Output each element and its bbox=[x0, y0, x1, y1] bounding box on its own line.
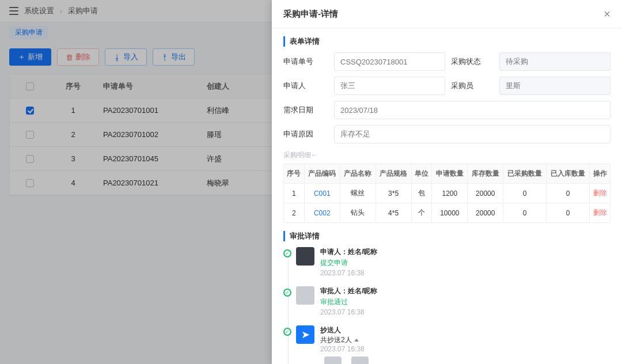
node-title: 审批人：姓名/昵称 bbox=[320, 286, 377, 296]
node-status: 提交申请 bbox=[320, 258, 377, 268]
node-title: 申请人：姓名/昵称 bbox=[320, 247, 377, 257]
approval-node: ✓审批人：姓名/昵称审批通过2023.07 16:38 bbox=[296, 286, 610, 316]
cc-person[interactable]: 四个字… bbox=[320, 357, 346, 364]
label-status: 采购状态 bbox=[451, 56, 494, 67]
check-icon: ✓ bbox=[283, 249, 291, 257]
node-time: 2023.07 16:38 bbox=[320, 345, 369, 353]
mini-col: 产品规格 bbox=[376, 164, 411, 184]
section-form-detail: 表单详情 bbox=[283, 36, 610, 47]
section-approval: 审批详情 bbox=[283, 231, 610, 241]
field-applicant[interactable]: 张三 bbox=[334, 77, 445, 95]
mini-col: 已入库数量 bbox=[547, 164, 590, 184]
chevron-up-icon bbox=[354, 339, 359, 342]
mini-row: 2C002钻头4*5个100002000000删除 bbox=[284, 203, 610, 223]
form-grid: 申请单号 CSSQ20230718001 采购状态 待采购 申请人 张三 采购员… bbox=[283, 52, 610, 143]
node-title: 抄送人 bbox=[320, 325, 369, 335]
check-icon: ✓ bbox=[283, 289, 291, 297]
drawer-title: 采购申请-详情 bbox=[283, 9, 338, 20]
node-time: 2023.07 16:38 bbox=[320, 269, 377, 277]
field-need-date[interactable]: 2023/07/18 bbox=[334, 101, 610, 119]
mini-col: 操作 bbox=[590, 164, 610, 184]
detail-drawer: 采购申请-详情 × 表单详情 申请单号 CSSQ20230718001 采购状态… bbox=[272, 0, 622, 364]
line-delete-button[interactable]: 删除 bbox=[593, 189, 607, 197]
mini-col: 单位 bbox=[411, 164, 432, 184]
mini-col: 产品编码 bbox=[304, 164, 340, 184]
line-delete-button[interactable]: 删除 bbox=[593, 208, 607, 217]
label-buyer: 采购员 bbox=[451, 81, 494, 91]
field-buyer: 里斯 bbox=[499, 77, 610, 95]
product-code-link[interactable]: C001 bbox=[314, 189, 331, 198]
product-code-link[interactable]: C002 bbox=[314, 209, 331, 217]
avatar bbox=[324, 357, 342, 364]
cc-list: 四个字…anny bbox=[320, 357, 369, 364]
approval-node: ✓➤抄送人共抄送2人2023.07 16:38四个字…anny bbox=[296, 325, 610, 364]
avatar bbox=[296, 286, 314, 305]
label-reason: 申请原因 bbox=[283, 129, 328, 139]
lines-table: 序号产品编码产品名称产品规格单位申请数量库存数量已采购数量已入库数量操作 1C0… bbox=[283, 164, 610, 223]
field-order-no[interactable]: CSSQ20230718001 bbox=[334, 52, 445, 71]
lines-hint: 采购明细← bbox=[283, 150, 610, 160]
mini-col: 申请数量 bbox=[432, 164, 468, 184]
drawer-header: 采购申请-详情 × bbox=[272, 0, 622, 28]
label-need-date: 需求日期 bbox=[283, 105, 328, 115]
field-reason[interactable]: 库存不足 bbox=[334, 125, 610, 143]
mini-row: 1C001螺丝3*5包12002000000删除 bbox=[284, 184, 610, 203]
label-order-no: 申请单号 bbox=[283, 56, 328, 67]
avatar bbox=[351, 357, 369, 364]
mini-col: 库存数量 bbox=[468, 164, 503, 184]
cc-person[interactable]: anny bbox=[351, 357, 369, 364]
field-status: 待采购 bbox=[499, 52, 610, 71]
node-status: 审批通过 bbox=[320, 297, 377, 307]
approval-node: ✓申请人：姓名/昵称提交申请2023.07 16:38 bbox=[296, 247, 610, 277]
close-icon[interactable]: × bbox=[604, 8, 610, 20]
mini-col: 序号 bbox=[284, 164, 305, 184]
avatar bbox=[296, 247, 314, 266]
approval-timeline: ✓申请人：姓名/昵称提交申请2023.07 16:38✓审批人：姓名/昵称审批通… bbox=[283, 247, 610, 364]
mini-col: 已采购数量 bbox=[503, 164, 547, 184]
mini-col: 产品名称 bbox=[340, 164, 376, 184]
node-sub[interactable]: 共抄送2人 bbox=[320, 335, 369, 345]
node-time: 2023.07 16:38 bbox=[320, 308, 377, 316]
send-icon: ➤ bbox=[296, 325, 314, 344]
check-icon: ✓ bbox=[283, 328, 291, 336]
label-applicant: 申请人 bbox=[283, 81, 328, 91]
